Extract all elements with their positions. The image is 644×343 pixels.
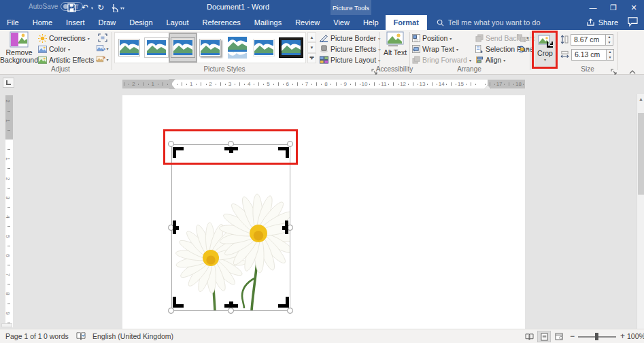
zoom-level[interactable]: 100%	[627, 332, 644, 340]
restore-button[interactable]: ❐	[603, 0, 624, 15]
corrections-button[interactable]: Corrections▾	[38, 33, 90, 44]
tab-draw[interactable]: Draw	[92, 15, 123, 30]
web-layout-button[interactable]	[552, 331, 566, 342]
shape-height-input[interactable]: 8.67 cm	[571, 34, 606, 46]
picture-tools-context-header: Picture Tools	[331, 0, 371, 15]
zoom-slider[interactable]	[578, 336, 616, 338]
zoom-in-button[interactable]: +	[620, 331, 625, 341]
save-button[interactable]	[65, 1, 78, 14]
wrap-text-button[interactable]: Wrap Text▾	[412, 44, 458, 54]
compress-pictures-icon	[98, 33, 107, 42]
gallery-more-button[interactable]: ▬▼	[307, 53, 316, 63]
tab-file[interactable]: File	[0, 15, 26, 30]
shape-width-input[interactable]: 6.13 cm	[571, 49, 607, 61]
picture-border-label: Picture Border	[331, 34, 376, 42]
tab-references[interactable]: References	[196, 15, 248, 30]
picture-effects-button[interactable]: Picture Effects▾	[320, 44, 381, 54]
ribbon-tab-row: FileHomeInsertDrawDesignLayoutReferences…	[0, 15, 644, 30]
crop-handle-middle-right[interactable]	[285, 220, 288, 234]
tab-help[interactable]: Help	[356, 15, 386, 30]
corrections-label: Corrections	[49, 34, 86, 42]
compress-pictures-button[interactable]	[95, 33, 110, 43]
ruler-tick	[158, 84, 158, 85]
comments-button[interactable]	[628, 17, 640, 28]
align-label: Align	[486, 56, 501, 64]
read-mode-button[interactable]	[522, 331, 536, 342]
tab-mailings[interactable]: Mailings	[248, 15, 288, 30]
picture-style-simple-frame-white[interactable]	[143, 34, 169, 61]
remove-background-button[interactable]: Remove Background	[3, 31, 35, 64]
scroll-up-arrow[interactable]: ▲	[639, 97, 643, 101]
ruler-tick	[504, 84, 505, 85]
tab-review[interactable]: Review	[288, 15, 326, 30]
vertical-ruler[interactable]: 21123456789	[5, 95, 13, 327]
picture-border-button[interactable]: Picture Border▾	[320, 33, 380, 44]
width-spin-down[interactable]: ▼	[607, 54, 613, 60]
hanging-indent-marker[interactable]	[169, 85, 175, 89]
word-count[interactable]: 0 words	[44, 332, 69, 340]
vertical-scrollbar[interactable]: ▲	[637, 94, 644, 329]
proofing-status[interactable]	[76, 331, 86, 342]
touch-mouse-mode-button[interactable]	[108, 1, 120, 14]
tab-design[interactable]: Design	[122, 15, 159, 30]
page-indicator[interactable]: Page 1 of 1	[5, 332, 42, 340]
zoom-out-button[interactable]: −	[570, 331, 575, 341]
daisy-picture[interactable]	[172, 145, 290, 310]
color-button[interactable]: Color▾	[38, 44, 70, 54]
picture-style-soft-edge-rectangle[interactable]	[252, 34, 277, 61]
ruler-tick	[7, 207, 10, 208]
crop-handle-bottom-center[interactable]	[224, 304, 238, 308]
undo-menu-caret[interactable]: ▾	[91, 5, 93, 10]
picture-style-simple-frame[interactable]	[116, 34, 142, 61]
print-layout-button[interactable]	[537, 331, 551, 342]
artistic-effects-button[interactable]: Artistic Effects▾	[38, 54, 98, 65]
rotate-objects-button[interactable]: ▾	[515, 44, 530, 54]
redo-button[interactable]: ↻	[95, 1, 107, 14]
undo-button[interactable]: ↶	[79, 1, 91, 14]
crop-handle-bottom-right[interactable]	[278, 297, 289, 308]
close-button[interactable]: ✕	[624, 0, 644, 15]
change-picture-button[interactable]: ▾	[95, 44, 110, 54]
resize-handle-bottom-center[interactable]	[228, 308, 234, 314]
position-button[interactable]: Position▾	[412, 33, 452, 44]
gallery-scroll-up-button[interactable]: ▲	[307, 32, 316, 42]
crop-handle-middle-left[interactable]	[173, 220, 176, 234]
picture-style-metal-frame-black[interactable]	[278, 34, 304, 61]
share-button[interactable]: Share	[586, 15, 618, 30]
alt-text-button[interactable]: Alt Text	[382, 31, 408, 56]
ruler-tick	[273, 84, 274, 85]
resize-handle-bottom-left[interactable]	[168, 308, 174, 314]
ruler-tick	[196, 84, 197, 85]
tab-layout[interactable]: Layout	[160, 15, 196, 30]
height-spin-up[interactable]: ▲	[606, 35, 613, 40]
resize-handle-bottom-right[interactable]	[287, 308, 293, 314]
gallery-scroll-down-button[interactable]: ▼	[307, 42, 316, 52]
tab-home[interactable]: Home	[26, 15, 59, 30]
tab-stop-selector[interactable]	[3, 78, 14, 88]
picture-style-drop-shadow-rectangle[interactable]	[197, 34, 223, 61]
crop-handle-bottom-left[interactable]	[173, 297, 184, 308]
first-line-indent-marker[interactable]	[169, 79, 175, 83]
tab-insert[interactable]: Insert	[59, 15, 92, 30]
document-title: Document1 - Word	[170, 3, 306, 11]
scrollbar-thumb[interactable]	[638, 113, 644, 195]
right-indent-marker[interactable]	[484, 85, 491, 89]
width-spin-up[interactable]: ▲	[607, 50, 613, 55]
reset-picture-button[interactable]: ▾	[95, 54, 110, 65]
crop-highlight-annotation	[532, 31, 558, 69]
minimize-button[interactable]: —	[583, 0, 603, 15]
picture-style-metal-frame[interactable]	[170, 34, 196, 61]
shape-width-row: 6.13 cm ▲▼	[560, 49, 614, 60]
picture-style-reflected-rectangle[interactable]	[224, 34, 250, 61]
height-spin-down[interactable]: ▼	[606, 39, 613, 45]
tell-me-search[interactable]: Tell me what you want to do	[427, 15, 541, 30]
picture-layout-button[interactable]: Picture Layout▾	[320, 54, 380, 65]
tab-view[interactable]: View	[326, 15, 356, 30]
artistic-effects-label: Artistic Effects	[49, 56, 94, 64]
tab-format[interactable]: Format	[386, 15, 427, 30]
customize-qat-caret[interactable]: ▾	[122, 5, 124, 10]
zoom-slider-thumb[interactable]	[595, 333, 598, 340]
language-indicator[interactable]: English (United Kingdom)	[92, 332, 173, 340]
horizontal-ruler[interactable]: 211234567891011121314151718	[122, 80, 525, 88]
align-button[interactable]: Align▾	[475, 54, 505, 65]
